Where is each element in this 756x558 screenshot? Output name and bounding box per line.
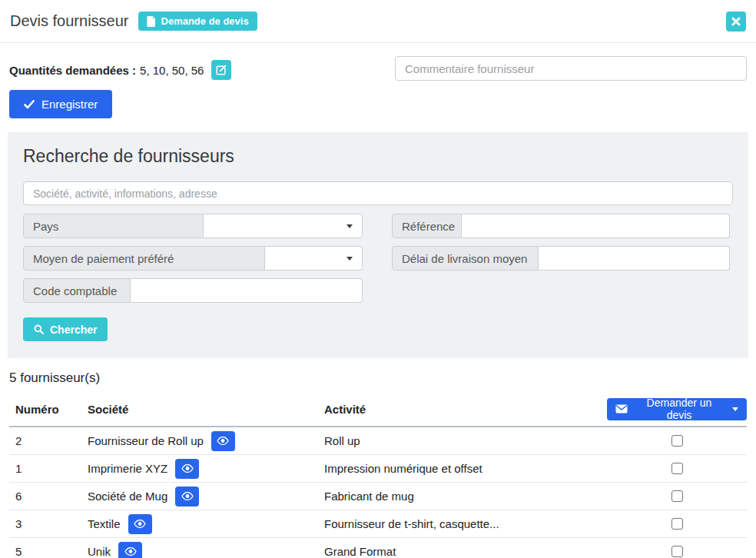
payment-method-field: Moyen de paiement préféré — [23, 246, 363, 271]
accounting-code-input[interactable] — [131, 278, 363, 303]
column-header-numero: Numéro — [9, 403, 88, 416]
save-button[interactable]: Enregistrer — [9, 90, 112, 118]
quantities-label: Quantités demandées : — [9, 64, 136, 77]
column-header-activite: Activité — [324, 403, 607, 416]
table-row: 3 Textile Fournisseur de t-shirt, casque… — [9, 510, 747, 538]
payment-method-label: Moyen de paiement préféré — [23, 246, 265, 271]
check-icon — [24, 100, 35, 109]
save-button-label: Enregistrer — [41, 98, 98, 111]
search-button-label: Chercher — [50, 324, 97, 336]
select-supplier-checkbox[interactable] — [671, 490, 683, 502]
search-panel-title: Recherche de fournisseurs — [23, 146, 733, 167]
view-supplier-button[interactable] — [128, 514, 152, 534]
supplier-search-panel: Recherche de fournisseurs Pays Référence… — [8, 132, 748, 358]
search-icon — [34, 324, 44, 334]
table-row: 5 Unik Grand Format — [9, 538, 747, 558]
top-form: Quantités demandées : 5, 10, 50, 56 Enre… — [0, 56, 756, 118]
cell-activite: Fournisseur de t-shirt, casquette... — [324, 517, 607, 530]
cell-societe: Imprimerie XYZ — [88, 462, 167, 475]
edit-icon — [216, 65, 227, 75]
quantities-value: 5, 10, 50, 56 — [140, 64, 204, 77]
cell-societe: Société de Mug — [88, 490, 167, 503]
select-supplier-checkbox[interactable] — [671, 518, 683, 530]
cell-societe: Unik — [88, 545, 111, 558]
accounting-code-field: Code comptable — [23, 278, 363, 303]
column-header-societe: Société — [88, 403, 324, 416]
cell-activite: Impression numérique et offset — [324, 462, 607, 475]
supplier-comment-input[interactable] — [395, 56, 747, 81]
table-row: 1 Imprimerie XYZ Impression numérique et… — [9, 455, 747, 483]
delivery-delay-input[interactable] — [539, 246, 730, 271]
edit-quantities-button[interactable] — [211, 60, 231, 80]
eye-icon — [134, 520, 146, 528]
search-button[interactable]: Chercher — [23, 317, 108, 341]
reference-input[interactable] — [462, 214, 730, 238]
eye-icon — [181, 464, 194, 473]
cell-numero: 2 — [9, 434, 88, 447]
cell-numero: 6 — [9, 490, 88, 503]
page-title: Devis fournisseur — [10, 12, 129, 30]
cell-numero: 3 — [9, 517, 88, 530]
cell-activite: Fabricant de mug — [324, 490, 607, 503]
select-supplier-checkbox[interactable] — [671, 435, 683, 447]
view-supplier-button[interactable] — [175, 459, 199, 479]
cell-societe: Fournisseur de Roll up — [88, 434, 204, 447]
eye-icon — [181, 492, 194, 500]
results-count: 5 fournisseur(s) — [9, 370, 747, 386]
close-icon — [731, 17, 741, 26]
close-button[interactable] — [726, 12, 746, 32]
table-row: 6 Société de Mug Fabricant de mug — [9, 483, 747, 510]
select-supplier-checkbox[interactable] — [671, 463, 683, 474]
eye-icon — [124, 547, 137, 556]
country-select[interactable] — [204, 214, 363, 238]
table-header-row: Numéro Société Activité Demander un devi… — [9, 397, 747, 427]
reference-field: Référence — [392, 214, 730, 238]
view-supplier-button[interactable] — [118, 542, 142, 558]
keywords-search-input[interactable] — [23, 181, 733, 205]
quote-request-badge-label: Demande de devis — [161, 15, 249, 27]
suppliers-table: Numéro Société Activité Demander un devi… — [9, 397, 747, 558]
delivery-delay-field: Délai de livraison moyen — [392, 246, 730, 271]
country-label: Pays — [23, 214, 204, 238]
results-section: 5 fournisseur(s) Numéro Société Activité… — [0, 370, 756, 558]
reference-label: Référence — [392, 214, 462, 238]
view-supplier-button[interactable] — [175, 487, 199, 507]
table-row: 2 Fournisseur de Roll up Roll up — [9, 427, 747, 455]
view-supplier-button[interactable] — [211, 431, 235, 451]
request-quote-label: Demander un devis — [634, 397, 724, 421]
country-field: Pays — [23, 214, 363, 238]
quote-request-badge: Demande de devis — [138, 12, 257, 31]
cell-activite: Grand Format — [324, 545, 607, 558]
eye-icon — [217, 437, 229, 445]
delivery-delay-label: Délai de livraison moyen — [392, 246, 539, 271]
cell-activite: Roll up — [324, 434, 607, 447]
request-quote-button[interactable]: Demander un devis — [607, 398, 747, 420]
chevron-down-icon — [732, 407, 738, 411]
accounting-code-label: Code comptable — [23, 278, 131, 303]
select-supplier-checkbox[interactable] — [671, 546, 683, 557]
envelope-icon — [615, 404, 628, 414]
cell-numero: 1 — [9, 462, 88, 475]
payment-method-select[interactable] — [265, 246, 363, 271]
cell-numero: 5 — [9, 545, 88, 558]
file-icon — [147, 16, 156, 27]
modal-header: Devis fournisseur Demande de devis — [0, 0, 756, 43]
cell-societe: Textile — [88, 517, 121, 530]
